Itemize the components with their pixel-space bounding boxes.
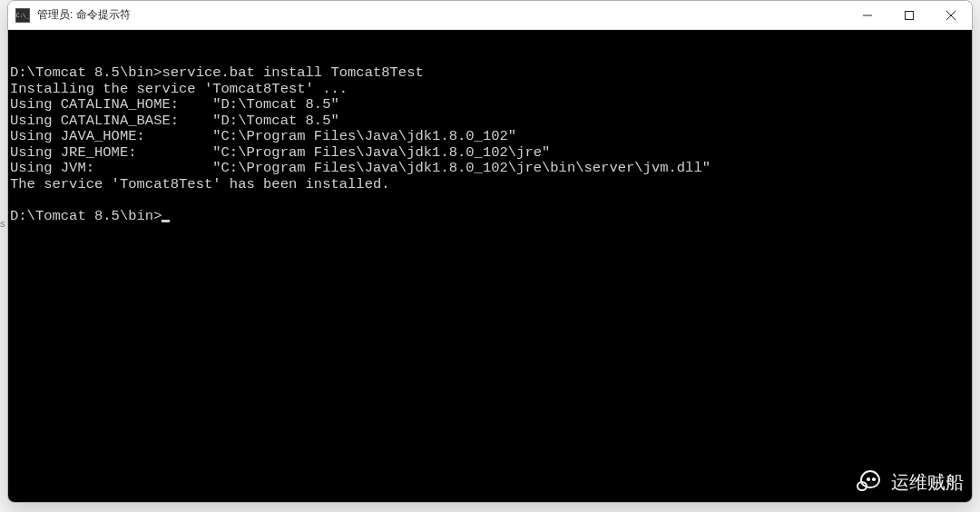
terminal-output-area[interactable]: D:\Tomcat 8.5\bin>service.bat install To…: [8, 30, 972, 502]
window-title: 管理员: 命令提示符: [37, 7, 847, 23]
terminal-line: The service 'Tomcat8Test' has been insta…: [10, 176, 390, 192]
close-button[interactable]: [930, 1, 972, 29]
window-controls: [847, 1, 972, 29]
terminal-line: Using JRE_HOME: "C:\Program Files\Java\j…: [10, 144, 550, 161]
cropped-left-edge: s: [0, 218, 5, 229]
terminal-prompt: D:\Tomcat 8.5\bin>: [10, 208, 162, 224]
maximize-button[interactable]: [888, 1, 930, 29]
svg-rect-0: [906, 11, 914, 19]
cmd-app-icon: [15, 8, 30, 23]
terminal-line: Using JVM: "C:\Program Files\Java\jdk1.8…: [10, 160, 710, 176]
terminal-cursor: [162, 220, 170, 222]
terminal-line: D:\Tomcat 8.5\bin>service.bat install To…: [10, 64, 424, 81]
terminal-line: Installing the service 'Tomcat8Test' ...: [10, 81, 348, 97]
command-prompt-window: 管理员: 命令提示符 D:\Tomcat 8.5\bin>service.bat…: [7, 0, 973, 503]
minimize-icon: [863, 11, 872, 20]
terminal-line: Using CATALINA_BASE: "D:\Tomcat 8.5": [10, 113, 339, 129]
terminal-line: Using JAVA_HOME: "C:\Program Files\Java\…: [10, 128, 516, 144]
minimize-button[interactable]: [847, 1, 888, 29]
maximize-icon: [905, 11, 914, 20]
close-icon: [946, 11, 956, 20]
terminal-line: Using CATALINA_HOME: "D:\Tomcat 8.5": [10, 96, 339, 113]
titlebar[interactable]: 管理员: 命令提示符: [8, 1, 972, 30]
